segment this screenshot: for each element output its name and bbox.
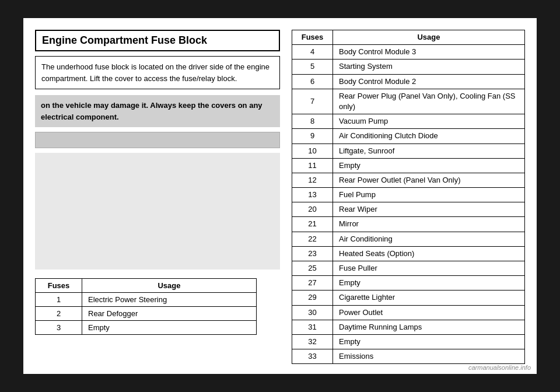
fuse-number: 2: [36, 307, 82, 321]
fuse-number: 10: [292, 144, 333, 158]
image-placeholder: [35, 132, 280, 148]
table-row: 6Body Control Module 2: [292, 74, 525, 89]
table-row: 23Heated Seats (Option): [292, 246, 525, 261]
main-table-header-fuses: Fuses: [292, 30, 333, 45]
left-column: Engine Compartment Fuse Block The underh…: [35, 30, 280, 362]
fuse-number: 13: [292, 188, 333, 202]
fuse-number: 32: [292, 334, 333, 349]
right-column: Fuses Usage 4Body Control Module 35Start…: [292, 30, 525, 362]
table-row: 32Empty: [292, 334, 525, 349]
small-table-header-fuses: Fuses: [36, 279, 82, 293]
table-row: 3Empty: [36, 321, 257, 335]
fuse-usage: Mirror: [333, 217, 525, 232]
table-row: 20Rear Wiper: [292, 202, 525, 217]
fuse-number: 3: [36, 321, 82, 335]
fuse-usage: Emissions: [333, 349, 525, 364]
fuse-usage: Cigarette Lighter: [333, 290, 525, 305]
fuse-usage: Air Conditioning: [333, 232, 525, 246]
main-fuse-table: Fuses Usage 4Body Control Module 35Start…: [292, 30, 525, 364]
fuse-usage: Empty: [333, 334, 525, 349]
table-row: 11Empty: [292, 158, 525, 173]
fuse-number: 31: [292, 320, 333, 334]
fuse-usage: Fuse Puller: [333, 261, 525, 276]
fuse-number: 6: [292, 74, 333, 89]
section-title: Engine Compartment Fuse Block: [35, 30, 280, 51]
table-row: 5Starting System: [292, 60, 525, 74]
small-table-header-usage: Usage: [82, 279, 257, 293]
fuse-usage: Electric Power Steering: [82, 293, 257, 307]
table-row: 25Fuse Puller: [292, 261, 525, 276]
table-row: 21Mirror: [292, 217, 525, 232]
fuse-number: 23: [292, 246, 333, 261]
fuse-usage: Vacuum Pump: [333, 114, 525, 129]
table-row: 8Vacuum Pump: [292, 114, 525, 129]
page-container: Engine Compartment Fuse Block The underh…: [23, 18, 537, 374]
fuse-number: 8: [292, 114, 333, 129]
small-fuse-table: Fuses Usage 1Electric Power Steering2Rea…: [35, 278, 257, 335]
fuse-usage: Empty: [82, 321, 257, 335]
main-table-header-usage: Usage: [333, 30, 525, 45]
fuse-number: 7: [292, 89, 333, 114]
fuse-usage: Body Control Module 3: [333, 45, 525, 60]
fuse-usage: Daytime Running Lamps: [333, 320, 525, 334]
fuse-usage: Air Conditioning Clutch Diode: [333, 129, 525, 144]
fuse-usage: Fuel Pump: [333, 188, 525, 202]
fuse-number: 5: [292, 60, 333, 74]
fuse-usage: Empty: [333, 276, 525, 290]
fuse-usage: Rear Power Plug (Panel Van Only), Coolin…: [333, 89, 525, 114]
fuse-usage: Rear Defogger: [82, 307, 257, 321]
fuse-usage: Liftgate, Sunroof: [333, 144, 525, 158]
fuse-number: 11: [292, 158, 333, 173]
fuse-number: 27: [292, 276, 333, 290]
warning-text: on the vehicle may damage it. Always kee…: [35, 95, 280, 127]
fuse-number: 20: [292, 202, 333, 217]
table-row: 30Power Outlet: [292, 305, 525, 320]
table-row: 22Air Conditioning: [292, 232, 525, 246]
table-row: 33Emissions: [292, 349, 525, 364]
table-row: 29Cigarette Lighter: [292, 290, 525, 305]
fuse-number: 33: [292, 349, 333, 364]
fuse-usage: Body Control Module 2: [333, 74, 525, 89]
fuse-number: 29: [292, 290, 333, 305]
fuse-usage: Rear Wiper: [333, 202, 525, 217]
table-row: 1Electric Power Steering: [36, 293, 257, 307]
fuse-usage: Rear Power Outlet (Panel Van Only): [333, 173, 525, 187]
table-row: 9Air Conditioning Clutch Diode: [292, 129, 525, 144]
fuse-number: 4: [292, 45, 333, 60]
table-row: 4Body Control Module 3: [292, 45, 525, 60]
table-row: 27Empty: [292, 276, 525, 290]
fuse-usage: Empty: [333, 158, 525, 173]
fuse-number: 21: [292, 217, 333, 232]
fuse-number: 22: [292, 232, 333, 246]
fuse-number: 12: [292, 173, 333, 187]
fuse-usage: Power Outlet: [333, 305, 525, 320]
watermark: carmanualsonline.info: [468, 364, 531, 371]
fuse-number: 25: [292, 261, 333, 276]
fuse-number: 1: [36, 293, 82, 307]
table-row: 31Daytime Running Lamps: [292, 320, 525, 334]
fuse-number: 9: [292, 129, 333, 144]
fuse-number: 30: [292, 305, 333, 320]
fuse-usage: Heated Seats (Option): [333, 246, 525, 261]
fuse-usage: Starting System: [333, 60, 525, 74]
diagram-area: [35, 153, 280, 270]
description-text: The underhood fuse block is located on t…: [35, 56, 280, 89]
table-row: 13Fuel Pump: [292, 188, 525, 202]
table-row: 7Rear Power Plug (Panel Van Only), Cooli…: [292, 89, 525, 114]
table-row: 10Liftgate, Sunroof: [292, 144, 525, 158]
table-row: 12Rear Power Outlet (Panel Van Only): [292, 173, 525, 187]
table-row: 2Rear Defogger: [36, 307, 257, 321]
